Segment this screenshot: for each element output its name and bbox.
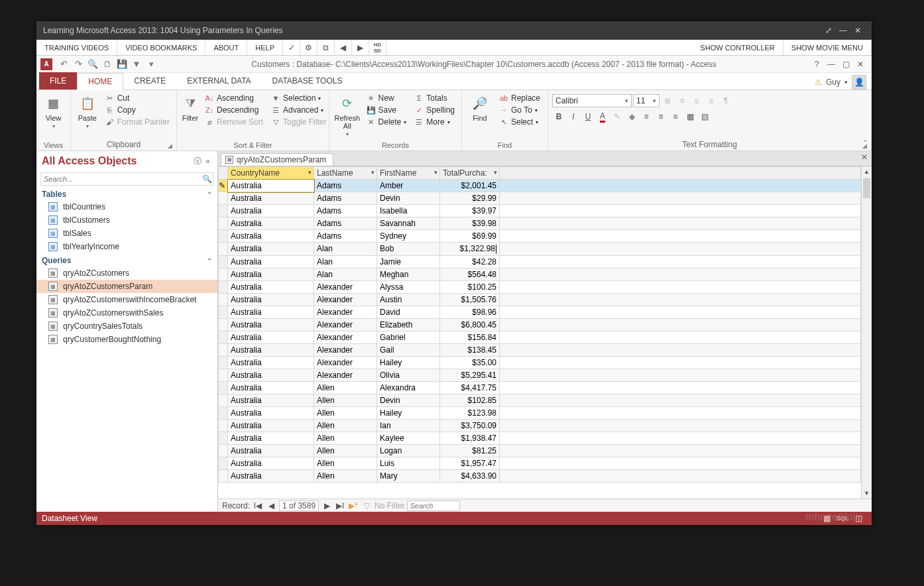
nav-search[interactable]: 🔍 — [40, 172, 213, 186]
nav-table-item[interactable]: ▦tblCustomers — [36, 213, 217, 227]
table-row[interactable]: AustraliaAlexanderElizabeth$6,800.45 — [219, 318, 861, 331]
scroll-thumb[interactable] — [863, 178, 870, 198]
row-selector[interactable] — [219, 394, 228, 406]
italic-button[interactable]: I — [567, 110, 580, 123]
row-selector[interactable] — [219, 293, 228, 306]
user-name[interactable]: Guy — [826, 78, 840, 87]
font-color-button[interactable]: A — [596, 110, 609, 123]
table-row[interactable]: AustraliaAllenKaylee$1,938.47 — [219, 432, 861, 444]
cell[interactable]: Mary — [377, 469, 440, 482]
cell[interactable]: $69.99 — [440, 230, 500, 243]
table-row[interactable]: AustraliaAlexanderDavid$98.96 — [219, 306, 861, 318]
cell[interactable]: Allen — [314, 394, 377, 406]
cell[interactable]: $1,957.47 — [440, 457, 500, 469]
cell[interactable]: Allen — [314, 457, 377, 469]
save-record-button[interactable]: 💾Save — [364, 105, 410, 115]
find-button[interactable]: 🔎 Find — [466, 91, 494, 122]
cell[interactable]: $156.84 — [440, 331, 500, 343]
cell[interactable]: $39.97 — [440, 205, 500, 217]
next-record-icon[interactable]: ▶ — [321, 501, 332, 510]
cell[interactable]: Devin — [377, 394, 440, 406]
bold-button[interactable]: B — [552, 110, 565, 123]
row-selector[interactable] — [219, 255, 228, 268]
nav-table-item[interactable]: ▦tblCountries — [36, 200, 217, 213]
cell[interactable]: Allen — [314, 469, 377, 482]
nav-table-item[interactable]: ▦tblSales — [36, 227, 217, 240]
cell[interactable]: Adams — [314, 192, 377, 205]
nav-table-item[interactable]: ▦tblYearlyIncome — [36, 240, 217, 253]
cell[interactable]: Devin — [377, 192, 440, 205]
column-header[interactable]: FirstName▾ — [377, 167, 440, 180]
cell[interactable]: Alexander — [314, 293, 377, 306]
first-record-icon[interactable]: I◀ — [253, 501, 263, 510]
new-doc-icon[interactable]: 🗋 — [100, 59, 115, 69]
cell[interactable]: $1,505.76 — [440, 293, 500, 306]
column-header[interactable]: CountryName▾ — [228, 167, 314, 180]
cell[interactable]: Kaylee — [377, 432, 440, 444]
filter-qat-icon[interactable]: ▼ — [129, 59, 144, 69]
table-row[interactable]: AustraliaAllenHailey$123.98 — [219, 406, 861, 419]
advanced-button[interactable]: ☰Advanced ▾ — [268, 105, 329, 115]
win-minimize-icon[interactable]: — — [824, 60, 838, 69]
cell[interactable]: Adams — [314, 230, 377, 243]
cell[interactable]: Australia — [228, 280, 314, 293]
nav-query-item[interactable]: ▦qryCustomerBoughtNothing — [36, 333, 217, 346]
row-selector[interactable] — [219, 230, 228, 243]
bullets-icon[interactable]: ≣ — [661, 94, 674, 107]
row-selector[interactable] — [219, 192, 228, 205]
vertical-scrollbar[interactable]: ▲ ▼ — [861, 166, 872, 498]
record-position[interactable]: 1 of 3589 — [279, 500, 319, 511]
indent-left-icon[interactable]: ≤ — [690, 94, 703, 107]
select-button[interactable]: ↖Select ▾ — [496, 117, 543, 127]
cell[interactable]: $1,322.98 — [440, 243, 500, 256]
gear-icon[interactable]: ⚙ — [300, 40, 318, 55]
cell[interactable]: Alexander — [314, 343, 377, 356]
cell[interactable]: $3,750.09 — [440, 419, 500, 432]
cell[interactable]: $123.98 — [440, 406, 500, 419]
cell[interactable]: Australia — [228, 255, 314, 268]
redo-icon[interactable]: ↷ — [71, 59, 86, 69]
table-row[interactable]: AustraliaAlexanderHailey$35.00 — [219, 356, 861, 369]
row-selector[interactable] — [219, 444, 228, 457]
cell[interactable]: Allen — [314, 432, 377, 444]
row-selector[interactable] — [219, 369, 228, 381]
lesson-expand-icon[interactable]: ⤢ — [821, 26, 836, 35]
cell[interactable]: Meghan — [377, 268, 440, 280]
more-button[interactable]: ☰More ▾ — [412, 117, 457, 127]
alt-row-button[interactable]: ▤ — [698, 110, 711, 123]
column-dropdown-icon[interactable]: ▾ — [434, 169, 437, 176]
font-combo[interactable]: Calibri▾ — [552, 94, 632, 107]
doc-close-icon[interactable]: ✕ — [861, 152, 868, 162]
cell[interactable]: Adams — [314, 205, 377, 217]
table-row[interactable]: AustraliaAlexanderAlyssa$100.25 — [219, 280, 861, 293]
user-dropdown-icon[interactable]: ▾ — [844, 79, 848, 86]
table-row[interactable]: AustraliaAlexanderGabriel$156.84 — [219, 331, 861, 343]
column-dropdown-icon[interactable]: ▾ — [494, 169, 497, 176]
cell[interactable]: Adams — [314, 180, 377, 192]
table-row[interactable]: AustraliaAlanJamie$42.28 — [219, 255, 861, 268]
cell[interactable]: Alexander — [314, 369, 377, 381]
cell[interactable]: David — [377, 306, 440, 318]
play-icon[interactable]: ▶ — [352, 40, 369, 55]
tab-database-tools[interactable]: DATABASE TOOLS — [262, 72, 353, 89]
table-row[interactable]: AustraliaAllenLuis$1,957.47 — [219, 457, 861, 469]
row-selector[interactable] — [219, 205, 228, 217]
cell[interactable]: Logan — [377, 444, 440, 457]
table-row[interactable]: AustraliaAlexanderGail$138.45 — [219, 343, 861, 356]
cell[interactable]: $35.00 — [440, 356, 500, 369]
cell[interactable]: Hailey — [377, 406, 440, 419]
column-header[interactable]: TotalPurcha:▾ — [440, 167, 500, 180]
tab-create[interactable]: CREATE — [123, 72, 176, 89]
gridlines-button[interactable]: ▦ — [683, 110, 697, 123]
fill-color-button[interactable]: ◆ — [625, 110, 638, 123]
table-row[interactable]: AustraliaAllenMary$4,633.90 — [219, 469, 861, 482]
nav-collapse-icon[interactable]: « — [203, 156, 212, 166]
lesson-close-icon[interactable]: ✕ — [850, 26, 865, 35]
cell[interactable]: $42.28 — [440, 255, 500, 268]
cell[interactable]: Bob — [377, 243, 440, 256]
table-row[interactable]: AustraliaAllenLogan$81.25 — [219, 444, 861, 457]
last-record-icon[interactable]: ▶I — [335, 501, 345, 510]
row-selector[interactable]: ✎ — [219, 180, 228, 192]
new-record-icon[interactable]: ▶* — [348, 501, 359, 510]
indent-right-icon[interactable]: ≥ — [705, 94, 718, 107]
